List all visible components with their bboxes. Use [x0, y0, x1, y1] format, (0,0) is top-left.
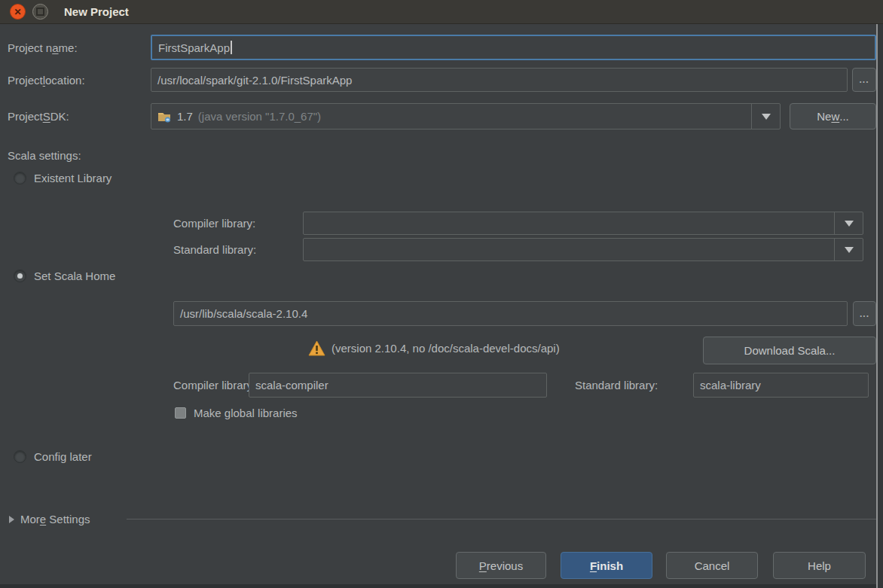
window-maximize-button[interactable]: [32, 4, 48, 20]
new-project-dialog: ✕ New Project Project name: FirstSparkAp…: [0, 0, 883, 588]
sdk-dropdown-arrow[interactable]: [751, 104, 780, 129]
more-settings-toggle[interactable]: More Settings: [9, 512, 90, 526]
checkbox-icon: [175, 407, 186, 419]
standard-dropdown-arrow[interactable]: [834, 239, 863, 260]
close-icon: ✕: [14, 8, 21, 17]
scala-settings-label: Scala settings:: [8, 148, 81, 163]
radio-set-scala-home[interactable]: Set Scala Home: [14, 270, 115, 282]
window-close-button[interactable]: ✕: [10, 4, 26, 20]
standard-library-label: Standard library:: [575, 373, 658, 398]
compiler-library-field[interactable]: scala-compiler: [249, 373, 547, 398]
window-right-edge: [876, 24, 883, 588]
standard-library-field[interactable]: scala-library: [693, 373, 869, 398]
java-sdk-icon: [157, 111, 172, 123]
make-global-libraries-checkbox[interactable]: Make global libraries: [175, 407, 298, 419]
more-settings-divider: [127, 519, 876, 519]
existent-standard-library-label: Standard library:: [173, 238, 256, 261]
compiler-dropdown-arrow[interactable]: [834, 212, 863, 234]
project-location-label: Project location:: [8, 68, 85, 92]
project-sdk-combobox[interactable]: 1.7 (java version "1.7.0_67"): [151, 103, 781, 129]
project-location-input[interactable]: /usr/local/spark/git-2.1.0/FirstSparkApp: [151, 68, 848, 92]
sdk-detail: (java version "1.7.0_67"): [198, 110, 321, 123]
finish-button[interactable]: Finish: [561, 552, 652, 579]
radio-existent-library[interactable]: Existent Library: [14, 172, 112, 184]
existent-standard-library-combobox[interactable]: [303, 238, 863, 261]
project-sdk-label: Project SDK:: [8, 103, 69, 129]
existent-compiler-library-label: Compiler library:: [173, 212, 255, 235]
titlebar: ✕ New Project: [0, 0, 883, 24]
scala-version-warning-text: (version 2.10.4, no /doc/scala-devel-doc…: [332, 337, 560, 359]
scala-home-input[interactable]: /usr/lib/scala/scala-2.10.4: [173, 301, 848, 326]
radio-icon: [14, 450, 26, 463]
new-sdk-button[interactable]: New...: [790, 103, 876, 129]
chevron-down-icon: [845, 247, 854, 253]
more-settings-label: More Settings: [20, 513, 90, 526]
download-scala-button[interactable]: Download Scala...: [703, 337, 876, 364]
project-location-browse-button[interactable]: ...: [852, 68, 876, 92]
maximize-icon: [36, 8, 44, 16]
warning-icon: [308, 340, 325, 356]
text-caret: [231, 41, 232, 54]
window-bottom-edge: [0, 584, 876, 588]
sdk-version: 1.7: [177, 110, 193, 123]
existent-compiler-library-combobox[interactable]: [303, 212, 863, 235]
collapsed-arrow-icon: [9, 516, 14, 523]
radio-icon: [14, 172, 26, 184]
cancel-button[interactable]: Cancel: [666, 552, 758, 579]
chevron-down-icon: [762, 114, 771, 120]
chevron-down-icon: [845, 221, 854, 227]
previous-button[interactable]: Previous: [456, 552, 546, 579]
window-title: New Project: [64, 5, 129, 18]
compiler-library-label: Compiler library:: [173, 373, 255, 398]
radio-selected-icon: [14, 270, 26, 282]
project-name-label: Project name:: [8, 35, 78, 60]
help-button[interactable]: Help: [773, 552, 866, 579]
project-name-input[interactable]: FirstSparkApp: [151, 35, 876, 60]
radio-config-later[interactable]: Config later: [14, 450, 92, 463]
scala-home-browse-button[interactable]: ...: [853, 301, 876, 326]
